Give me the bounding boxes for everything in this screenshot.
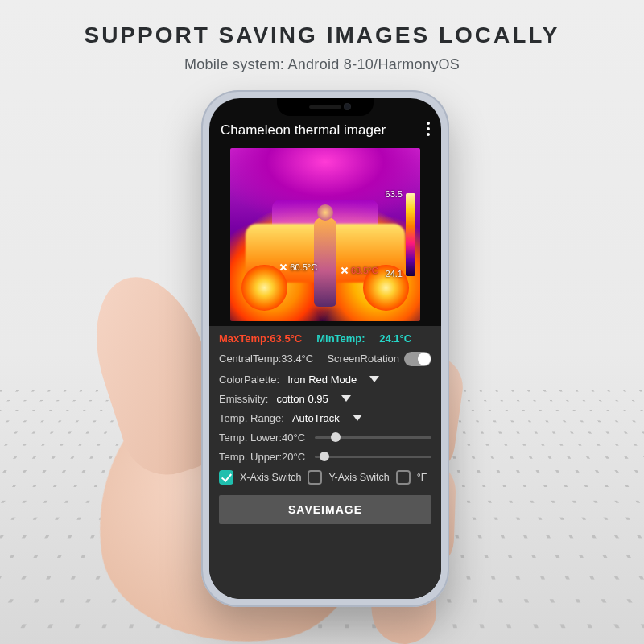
save-image-button[interactable]: SAVEIMAGE bbox=[219, 495, 431, 524]
app-title: Chameleon thermal imager bbox=[221, 122, 386, 138]
thermal-image[interactable]: 63.5 24.1 60.5°C 63.5°C bbox=[230, 148, 420, 321]
overflow-menu-icon[interactable] bbox=[427, 122, 430, 138]
phone-frame: Chameleon thermal imager 63.5 24.1 60.5°… bbox=[201, 90, 449, 607]
temp-range-value: AutoTrack bbox=[292, 412, 340, 424]
color-palette-value: Iron Red Mode bbox=[287, 374, 357, 386]
emissivity-value: cotton 0.95 bbox=[276, 393, 328, 405]
temp-upper-label: Temp. Upper:20°C bbox=[219, 451, 305, 463]
central-temp-readout: CentralTemp:33.4°C bbox=[219, 353, 313, 365]
fahrenheit-label: °F bbox=[417, 472, 427, 483]
temp-lower-label: Temp. Lower:40°C bbox=[219, 431, 305, 444]
color-palette-dropdown[interactable]: ColorPalette: Iron Red Mode bbox=[219, 374, 431, 386]
marketing-headline: SUPPORT SAVING IMAGES LOCALLY bbox=[0, 23, 644, 48]
emissivity-dropdown[interactable]: Emissivity: cotton 0.95 bbox=[219, 393, 431, 405]
temp-range-label: Temp. Range: bbox=[219, 412, 284, 424]
emissivity-label: Emissivity: bbox=[219, 393, 268, 405]
screen-rotation-label: ScreenRotation bbox=[327, 353, 399, 365]
color-palette-label: ColorPalette: bbox=[219, 374, 279, 386]
max-temp-readout: MaxTemp:63.5°C bbox=[219, 332, 302, 345]
fahrenheit-checkbox[interactable] bbox=[396, 470, 411, 485]
info-panel: MaxTemp:63.5°C MinTemp: 24.1°C CentralTe… bbox=[209, 326, 441, 599]
phone-notch bbox=[277, 98, 374, 116]
scale-min-label: 24.1 bbox=[386, 269, 402, 279]
y-axis-switch-checkbox[interactable] bbox=[308, 470, 322, 485]
y-axis-switch-label: Y-Axis Switch bbox=[328, 472, 389, 483]
chevron-down-icon bbox=[341, 395, 351, 402]
chevron-down-icon bbox=[353, 415, 362, 421]
screen-rotation-toggle[interactable] bbox=[404, 352, 431, 366]
min-temp-value: 24.1°C bbox=[379, 332, 411, 345]
marketing-subhead: Mobile system: Android 8-10/HarmonyOS bbox=[0, 56, 644, 73]
phone-screen: Chameleon thermal imager 63.5 24.1 60.5°… bbox=[209, 98, 441, 599]
temp-marker-low: 60.5°C bbox=[279, 262, 317, 272]
min-temp-label: MinTemp: bbox=[316, 332, 365, 345]
scale-max-label: 63.5 bbox=[386, 189, 402, 199]
x-axis-switch-label: X-Axis Switch bbox=[240, 472, 301, 483]
temp-lower-slider[interactable] bbox=[315, 436, 431, 439]
x-axis-switch-checkbox[interactable] bbox=[219, 470, 233, 485]
temp-upper-slider[interactable] bbox=[315, 456, 431, 458]
color-scale-bar bbox=[406, 193, 415, 276]
temp-range-dropdown[interactable]: Temp. Range: AutoTrack bbox=[219, 412, 431, 424]
temp-marker-high: 63.5°C bbox=[341, 266, 378, 275]
chevron-down-icon bbox=[369, 376, 379, 382]
